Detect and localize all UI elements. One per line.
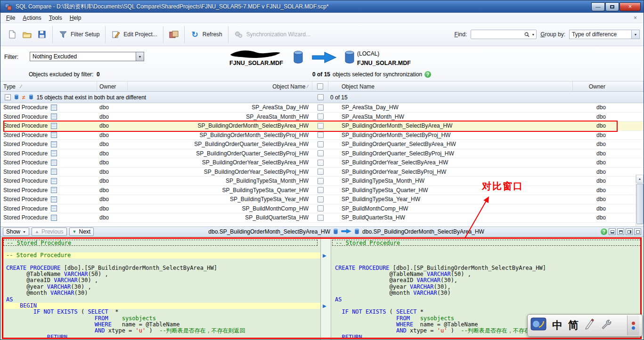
close-button[interactable]: × — [620, 2, 641, 11]
scroll-up-icon[interactable]: ▲ — [636, 175, 644, 183]
menu-bar: FileActionsToolsHelp × — [0, 13, 644, 23]
stored-procedure-icon — [51, 160, 57, 166]
table-row[interactable]: Stored Procedure dbo SP_BuildingTypeSta_… — [0, 195, 644, 204]
filter-dropdown-icon[interactable]: ▼ — [136, 52, 144, 61]
minimize-button[interactable]: — — [591, 2, 605, 11]
table-row[interactable]: Stored Procedure dbo SP_BuildingTypeSta_… — [0, 186, 644, 195]
difference-group-row[interactable]: − ≠ 15 objects that exist in both but ar… — [0, 92, 644, 103]
save-project-button[interactable] — [34, 27, 49, 41]
row-checkbox[interactable] — [318, 160, 324, 166]
refresh-button[interactable]: ↻ Refresh — [187, 27, 225, 41]
source-database-icon — [293, 50, 304, 65]
group-checkbox[interactable] — [318, 94, 324, 100]
scrollbar-thumb[interactable] — [636, 184, 644, 224]
owner-right-cell: dbo — [573, 204, 644, 213]
row-checkbox[interactable] — [318, 169, 324, 175]
table-row[interactable]: Stored Procedure dbo SP_BuildingOrderYea… — [0, 158, 644, 168]
sql-line: AND xtype = 'u' ) --判断表是否存在，不存在则返回 — [2, 328, 320, 334]
synchronization-wizard-button[interactable]: Synchronization Wizard... — [231, 27, 313, 41]
stored-procedure-icon — [51, 105, 57, 111]
grid-scrollbar[interactable]: ▲ ▼ — [636, 175, 644, 227]
target-database-icon — [344, 50, 355, 65]
column-header-owner-left[interactable]: Owner — [97, 81, 128, 91]
sql-compare-window: { "icons": { "sort": "∕", "dropdown": "▼… — [0, 0, 644, 340]
table-row[interactable]: Stored Procedure dbo SP_BuildMonthComp_H… — [0, 204, 644, 214]
column-header-type[interactable]: Type∕ — [0, 81, 97, 91]
row-checkbox[interactable] — [318, 150, 324, 156]
sql-line: -- Stored Procedure — [3, 240, 318, 246]
collapse-group-icon[interactable]: − — [5, 94, 11, 100]
layout-bottom-button[interactable] — [609, 228, 616, 235]
row-checkbox[interactable] — [318, 205, 324, 211]
menu-item-tools[interactable]: Tools — [45, 13, 66, 23]
maximize-button[interactable] — [605, 2, 619, 11]
open-folder-icon — [22, 30, 32, 39]
show-dropdown-button[interactable]: Show▼ — [3, 227, 29, 236]
table-row[interactable]: Stored Procedure dbo SP_BuildingOrderQua… — [0, 140, 644, 149]
menu-item-help[interactable]: Help — [66, 13, 85, 23]
sort-icon: ∕ — [307, 84, 308, 89]
ime-simplified-mode[interactable]: 简 — [568, 320, 579, 331]
menu-item-actions[interactable]: Actions — [19, 13, 45, 23]
new-project-button[interactable] — [4, 27, 19, 41]
ime-pen-icon[interactable] — [584, 318, 595, 332]
different-db-icon — [29, 94, 33, 101]
table-row[interactable]: Stored Procedure dbo SP_BuildingOrderQua… — [0, 149, 644, 159]
open-project-button[interactable] — [19, 27, 34, 41]
object-name-right-cell: SP_BuildingOrderMonth_SelectByArea_HW — [328, 121, 573, 130]
column-header-object-right[interactable]: Object Name — [328, 81, 573, 91]
ime-chinese-mode[interactable]: 中 — [552, 320, 562, 331]
row-checkbox[interactable] — [318, 215, 324, 221]
column-header-owner-right[interactable]: Owner — [573, 81, 644, 91]
sync-summary: 0 of 15 objects selected for synchroniza… — [312, 71, 431, 78]
table-row[interactable]: Stored Procedure dbo SP_AreaSta_Month_HW… — [0, 113, 644, 122]
next-difference-button[interactable]: ▼Next — [69, 227, 94, 236]
help-icon[interactable]: ? — [424, 71, 431, 78]
select-all-checkbox[interactable] — [317, 83, 323, 89]
group-by-dropdown-icon[interactable]: ▼ — [631, 30, 639, 39]
owner-right-cell: dbo — [573, 186, 644, 195]
stored-procedure-icon — [51, 205, 57, 211]
object-name-left-cell: SP_BuildingOrderYear_SelectByProj_HW — [128, 168, 312, 177]
row-checkbox[interactable] — [318, 178, 324, 184]
row-checkbox[interactable] — [318, 113, 324, 120]
previous-difference-button[interactable]: ▲Previous — [32, 227, 67, 236]
group-by-select[interactable]: Type of difference ▼ — [569, 30, 640, 39]
row-checkbox[interactable] — [318, 187, 324, 193]
row-checkbox[interactable] — [318, 123, 324, 129]
row-checkbox[interactable] — [318, 132, 324, 138]
object-type-label: Stored Procedure — [3, 122, 48, 129]
object-name-left-cell: SP_BuildingTypeSta_Quarter_HW — [128, 186, 312, 195]
row-checkbox[interactable] — [318, 196, 324, 202]
filter-select[interactable]: Nothing Excluded ▼ — [30, 52, 144, 61]
table-row[interactable]: Stored Procedure dbo SP_AreaSta_Day_HW S… — [0, 103, 644, 113]
owner-right-cell: dbo — [573, 149, 644, 158]
find-input[interactable] — [473, 31, 522, 38]
table-row[interactable]: Stored Procedure dbo SP_BuildingOrderMon… — [0, 121, 644, 131]
ime-logo-icon[interactable] — [530, 316, 546, 335]
layout-vertical-button[interactable] — [626, 228, 633, 235]
help-icon[interactable]: ? — [601, 228, 607, 235]
project-close-icon[interactable]: × — [634, 15, 637, 21]
data-compare-button[interactable] — [166, 27, 181, 41]
row-checkbox[interactable] — [318, 105, 324, 111]
table-row[interactable]: Stored Procedure dbo SP_BuildingOrderMon… — [0, 131, 644, 140]
layout-top-button[interactable] — [617, 228, 624, 235]
filter-setup-button[interactable]: Filter Setup — [56, 27, 102, 41]
sql-pane-left[interactable]: -- Stored Procedure-- Stored ProcedureCR… — [2, 237, 321, 340]
refresh-icon: ↻ — [190, 30, 200, 39]
layout-full-button[interactable] — [634, 228, 641, 235]
table-row[interactable]: Stored Procedure dbo SP_BuildQuarterSta_… — [0, 213, 644, 223]
ime-options-handle[interactable] — [627, 316, 639, 335]
ime-wrench-icon[interactable] — [600, 318, 611, 332]
stored-procedure-icon — [51, 169, 57, 175]
table-row[interactable]: Stored Procedure dbo SP_BuildingOrderYea… — [0, 168, 644, 177]
column-header-object-left[interactable]: Object Name∕ — [128, 81, 312, 91]
find-dropdown-icon[interactable]: ▼ — [531, 33, 535, 36]
edit-project-button[interactable]: Edit Project... — [108, 27, 160, 41]
row-checkbox[interactable] — [318, 141, 324, 147]
object-name-right-cell: SP_AreaSta_Day_HW — [328, 103, 573, 112]
menu-item-file[interactable]: File — [2, 13, 19, 23]
table-row[interactable]: Stored Procedure dbo SP_BuildingTypeSta_… — [0, 177, 644, 186]
new-document-icon — [7, 30, 16, 39]
